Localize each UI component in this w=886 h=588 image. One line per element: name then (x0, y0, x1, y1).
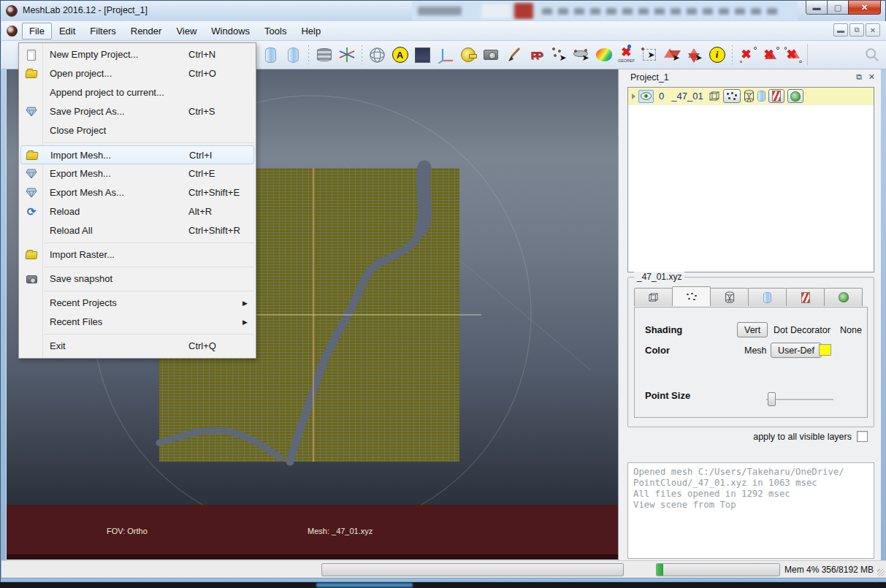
vertex-color-icon[interactable] (768, 89, 784, 103)
color-row: Color Mesh User-Def (635, 343, 867, 360)
menu-item-export-mesh[interactable]: Export Mesh... Ctrl+E (20, 164, 254, 183)
mdi-window-buttons: ▬ ⧉ ✕ (833, 23, 880, 37)
spray-points-icon[interactable]: ➤ (547, 44, 570, 66)
taskbar-item[interactable] (316, 583, 413, 587)
task-progress-bar (321, 563, 624, 576)
menu-item-export-mesh-as[interactable]: Export Mesh As... Ctrl+Shift+E (20, 183, 254, 202)
bbox-cube-icon[interactable] (709, 91, 720, 102)
text-annotation-icon[interactable]: A (389, 44, 411, 66)
menu-item-recent-projects[interactable]: Recent Projects ▶ (20, 294, 254, 313)
menu-render[interactable]: Render (123, 23, 169, 39)
points-mode-icon[interactable] (723, 89, 741, 103)
resize-grip[interactable] (877, 569, 885, 576)
menu-item-close-project[interactable]: Close Project (20, 121, 254, 140)
disc-points-icon[interactable]: ➤ (570, 44, 592, 66)
slider-handle[interactable] (768, 392, 776, 406)
rgb-axes-icon[interactable] (434, 44, 457, 66)
apply-all-checkbox[interactable] (857, 431, 868, 442)
dock-float-icon[interactable]: ⧉ (856, 72, 862, 82)
toolbar-separator (359, 45, 364, 64)
point-size-row: Point Size (635, 388, 867, 405)
select-faces-icon[interactable]: ➤ (660, 44, 683, 66)
georef-icon[interactable]: ✖ GEOREF (615, 44, 638, 66)
color-swatch[interactable] (819, 344, 831, 356)
color-mesh-option[interactable]: Mesh (744, 345, 767, 356)
windows-taskbar[interactable] (0, 582, 886, 588)
menu-item-open-project[interactable]: Open project... Ctrl+O (20, 64, 254, 83)
menu-item-import-raster[interactable]: Import Raster... (20, 245, 254, 264)
info-icon[interactable]: i (706, 44, 728, 66)
blurred-content (481, 4, 511, 18)
color-user-def-button[interactable]: User-Def (771, 343, 822, 358)
visibility-eye-icon[interactable] (638, 90, 654, 103)
delete-points-icon[interactable]: ✖ (759, 44, 782, 66)
menu-item-save-snapshot[interactable]: Save snapshot (20, 270, 254, 289)
apply-all-label: apply to all visible layers (753, 432, 852, 442)
blurred-content (542, 8, 783, 15)
submenu-arrow-icon: ▶ (242, 313, 248, 332)
menu-filters[interactable]: Filters (83, 23, 123, 39)
wireframe-mode-icon[interactable] (744, 90, 755, 102)
layer-row[interactable]: 0 _47_01 (628, 88, 874, 105)
menu-edit[interactable]: Edit (52, 23, 83, 39)
background-image-icon[interactable] (411, 44, 434, 66)
face-color-icon[interactable] (787, 89, 803, 103)
desktop: MeshLab 2016.12 - [Project_1] ▬ ▢ ✕ File… (0, 0, 886, 588)
layers-stack-icon[interactable] (313, 44, 335, 66)
tab-points[interactable] (672, 286, 711, 306)
toolbar-separator (730, 45, 735, 64)
mdi-close-button[interactable]: ✕ (866, 23, 880, 37)
point-size-slider[interactable] (766, 392, 833, 407)
smooth-mode-icon[interactable] (757, 91, 765, 102)
menu-item-save-project-as[interactable]: Save Project As... Ctrl+S (20, 102, 254, 121)
select-rect-icon[interactable]: ➤ (638, 44, 660, 66)
menu-item-exit[interactable]: Exit Ctrl+Q (20, 337, 254, 356)
menu-item-import-mesh[interactable]: Import Mesh... Ctrl+I (20, 145, 254, 164)
tab-smooth[interactable] (748, 288, 787, 306)
title-bar: MeshLab 2016.12 - [Project_1] ▬ ▢ ✕ (1, 1, 885, 21)
delete-all-icon[interactable]: ✖ (782, 44, 804, 66)
menu-item-reload[interactable]: ⟳ Reload Alt+R (20, 202, 254, 221)
delete-current-icon[interactable]: ✖ (736, 44, 759, 66)
measure-tape-icon[interactable] (457, 44, 479, 66)
mdi-restore-button[interactable]: ⧉ (849, 23, 864, 37)
menu-file[interactable]: File (22, 23, 52, 39)
menu-item-append-project[interactable]: Append project to current... (20, 83, 254, 102)
tab-face-color[interactable] (824, 288, 863, 306)
shading-none-option[interactable]: None (840, 325, 862, 335)
open-folder-icon (24, 248, 39, 261)
flat-cylinder-icon[interactable] (259, 44, 282, 66)
group-title: _47_01.xyz (634, 272, 684, 282)
search-box[interactable] (807, 44, 880, 66)
colorize-bunny-icon[interactable] (592, 44, 615, 66)
menu-windows[interactable]: Windows (204, 23, 257, 39)
paintbrush-icon[interactable] (502, 44, 524, 66)
axes-icon[interactable] (335, 44, 358, 66)
save-gem-icon (24, 105, 39, 118)
memory-text: Mem 4% 356/8192 MB (784, 565, 874, 575)
menu-tools[interactable]: Tools (257, 23, 294, 39)
menu-help[interactable]: Help (294, 23, 328, 39)
shading-dot-decorator-option[interactable]: Dot Decorator (774, 325, 830, 335)
menu-view[interactable]: View (169, 23, 204, 39)
smooth-cylinder-icon[interactable] (282, 44, 305, 66)
menu-item-new-empty-project[interactable]: New Empty Project... Ctrl+N (20, 45, 254, 64)
globe-icon[interactable] (366, 44, 389, 66)
close-button[interactable]: ✕ (848, 1, 881, 15)
dock-close-icon[interactable]: ✕ (868, 72, 875, 82)
minimize-button[interactable]: ▬ (806, 1, 828, 15)
layer-list: 0 _47_01 (627, 87, 874, 272)
maximize-button[interactable]: ▢ (828, 1, 848, 15)
raster-align-camera-icon[interactable] (479, 44, 502, 66)
dock-title: Project_1 (630, 72, 669, 83)
shading-vert-button[interactable]: Vert (737, 322, 768, 337)
select-connected-icon[interactable]: ➤ (683, 44, 706, 66)
tab-bbox[interactable] (634, 288, 673, 306)
tab-vertex-color[interactable] (786, 288, 825, 306)
pickpoints-pp-icon[interactable]: PP (524, 44, 547, 66)
menu-item-reload-all[interactable]: Reload All Ctrl+Shift+R (20, 221, 254, 240)
menu-item-recent-files[interactable]: Recent Files ▶ (20, 313, 254, 332)
tab-wireframe[interactable] (710, 288, 749, 306)
mdi-minimize-button[interactable]: ▬ (833, 23, 848, 37)
expand-caret-icon[interactable] (632, 93, 635, 99)
